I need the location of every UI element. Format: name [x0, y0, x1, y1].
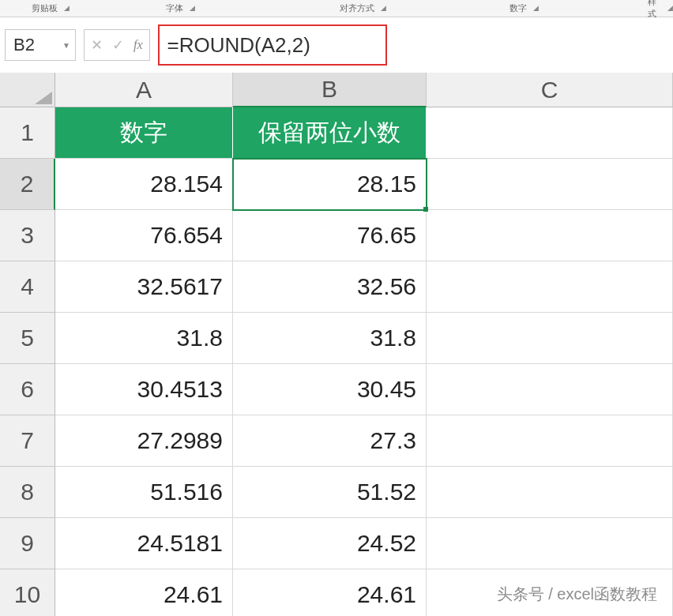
cell-C1[interactable]: [427, 107, 673, 159]
dialog-launcher-icon[interactable]: ◢: [533, 4, 539, 12]
cell-A2[interactable]: 28.154: [55, 159, 233, 210]
cell-C9[interactable]: [427, 518, 673, 569]
row-header-10[interactable]: 10: [0, 569, 55, 616]
dialog-launcher-icon[interactable]: ◢: [64, 4, 70, 12]
cell-A6[interactable]: 30.4513: [55, 364, 233, 415]
cell-B2[interactable]: 28.15: [233, 159, 427, 210]
cell-A8[interactable]: 51.516: [55, 467, 233, 518]
cell-A9[interactable]: 24.5181: [55, 518, 233, 569]
cell-C5[interactable]: [427, 313, 673, 364]
cell-B1[interactable]: 保留两位小数: [233, 107, 427, 159]
row-header-5[interactable]: 5: [0, 313, 55, 364]
name-box[interactable]: B2 ▼: [5, 29, 76, 61]
cell-A10[interactable]: 24.61: [55, 569, 233, 616]
enter-icon[interactable]: ✓: [112, 36, 124, 54]
cell-C6[interactable]: [427, 364, 673, 415]
spreadsheet-grid[interactable]: ABC1数字保留两位小数228.15428.15376.65476.65432.…: [0, 73, 673, 616]
cell-B3[interactable]: 76.65: [233, 210, 427, 261]
row-header-9[interactable]: 9: [0, 518, 55, 569]
cell-B6[interactable]: 30.45: [233, 364, 427, 415]
cell-B8[interactable]: 51.52: [233, 467, 427, 518]
dialog-launcher-icon[interactable]: ◢: [381, 4, 386, 12]
cancel-icon[interactable]: ✕: [91, 36, 103, 54]
dialog-launcher-icon[interactable]: ◢: [667, 4, 673, 12]
ribbon-group-label: 对齐方式: [340, 2, 374, 14]
cell-A7[interactable]: 27.2989: [55, 415, 233, 467]
formula-bar: B2 ▼ ✕ ✓ fx =ROUND(A2,2): [0, 17, 673, 73]
cell-C4[interactable]: [427, 261, 673, 313]
column-header-C[interactable]: C: [427, 73, 673, 107]
ribbon-group-label: 样式: [648, 0, 661, 20]
cell-A4[interactable]: 32.5617: [55, 261, 233, 313]
cell-C7[interactable]: [427, 415, 673, 467]
cell-C8[interactable]: [427, 467, 673, 518]
formula-controls: ✕ ✓ fx: [84, 29, 150, 61]
row-header-1[interactable]: 1: [0, 107, 55, 159]
cell-A3[interactable]: 76.654: [55, 210, 233, 261]
ribbon-group-4: 样式◢: [648, 0, 673, 16]
ribbon-group-label: 剪贴板: [32, 2, 58, 14]
cell-A1[interactable]: 数字: [55, 107, 233, 159]
row-header-4[interactable]: 4: [0, 261, 55, 313]
formula-input[interactable]: =ROUND(A2,2): [167, 33, 310, 58]
ribbon-group-labels: 剪贴板◢字体◢对齐方式◢数字◢样式◢: [0, 0, 673, 17]
column-header-B[interactable]: B: [233, 73, 427, 107]
ribbon-group-0: 剪贴板◢: [32, 0, 70, 16]
select-all-corner[interactable]: [0, 73, 55, 107]
fx-icon[interactable]: fx: [133, 38, 143, 52]
row-header-8[interactable]: 8: [0, 467, 55, 518]
cell-B4[interactable]: 32.56: [233, 261, 427, 313]
ribbon-group-label: 数字: [509, 2, 527, 14]
dialog-launcher-icon[interactable]: ◢: [190, 4, 195, 12]
cell-C3[interactable]: [427, 210, 673, 261]
cell-B5[interactable]: 31.8: [233, 313, 427, 364]
row-header-2[interactable]: 2: [0, 159, 55, 210]
row-header-7[interactable]: 7: [0, 415, 55, 467]
cell-B9[interactable]: 24.52: [233, 518, 427, 569]
ribbon-group-label: 字体: [166, 2, 183, 14]
ribbon-group-1: 字体◢: [166, 0, 195, 16]
cell-B7[interactable]: 27.3: [233, 415, 427, 467]
cell-B10[interactable]: 24.61: [233, 569, 427, 616]
dropdown-icon[interactable]: ▼: [62, 41, 70, 50]
ribbon-group-2: 对齐方式◢: [340, 0, 386, 16]
ribbon-group-3: 数字◢: [509, 0, 539, 16]
cell-C10[interactable]: [427, 569, 673, 616]
cell-A5[interactable]: 31.8: [55, 313, 233, 364]
formula-input-highlight: =ROUND(A2,2): [158, 24, 387, 66]
name-box-value: B2: [13, 35, 35, 55]
column-header-A[interactable]: A: [55, 73, 233, 107]
row-header-3[interactable]: 3: [0, 210, 55, 261]
row-header-6[interactable]: 6: [0, 364, 55, 415]
cell-C2[interactable]: [427, 159, 673, 210]
